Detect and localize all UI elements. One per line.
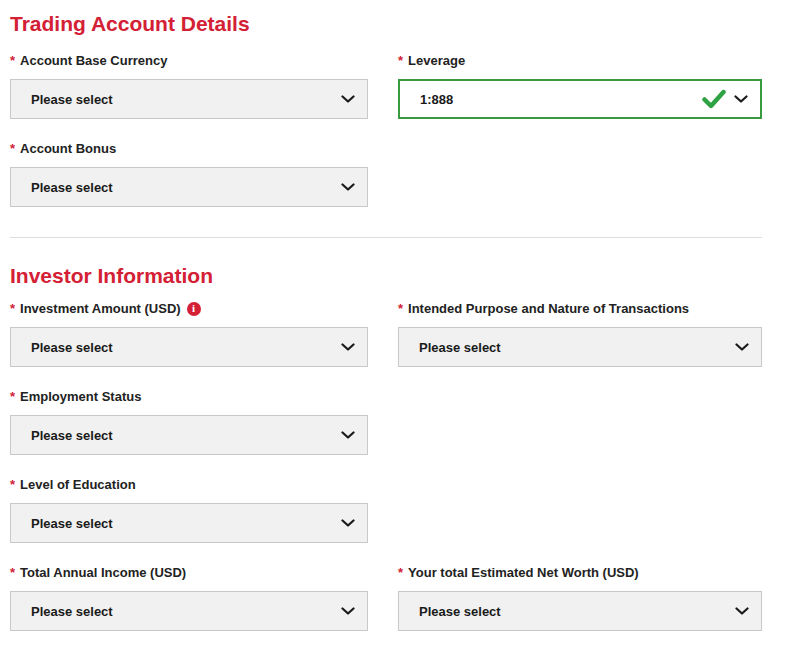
- account-bonus-label-text: Account Bonus: [20, 141, 116, 156]
- estimated-net-worth-label-text: Your total Estimated Net Worth (USD): [408, 565, 639, 580]
- field-account-base-currency: * Account Base Currency Please select: [10, 53, 368, 119]
- required-asterisk: *: [398, 53, 403, 68]
- level-of-education-label: * Level of Education: [10, 477, 368, 492]
- investor-information-grid: * Investment Amount (USD) i Please selec…: [10, 301, 762, 653]
- account-bonus-label: * Account Bonus: [10, 141, 368, 156]
- chevron-down-icon: [341, 431, 355, 439]
- chevron-down-icon: [341, 183, 355, 191]
- leverage-select[interactable]: 1:888: [398, 79, 762, 119]
- field-investment-amount: * Investment Amount (USD) i Please selec…: [10, 301, 368, 367]
- estimated-net-worth-value: Please select: [419, 604, 501, 619]
- account-bonus-select[interactable]: Please select: [10, 167, 368, 207]
- required-asterisk: *: [398, 301, 403, 316]
- account-base-currency-select[interactable]: Please select: [10, 79, 368, 119]
- intended-purpose-label-text: Intended Purpose and Nature of Transacti…: [408, 301, 689, 316]
- trading-account-form: Trading Account Details * Account Base C…: [0, 0, 780, 653]
- account-base-currency-label-text: Account Base Currency: [20, 53, 167, 68]
- investment-amount-label: * Investment Amount (USD) i: [10, 301, 368, 316]
- account-base-currency-label: * Account Base Currency: [10, 53, 368, 68]
- intended-purpose-label: * Intended Purpose and Nature of Transac…: [398, 301, 762, 316]
- required-asterisk: *: [10, 389, 15, 404]
- info-icon[interactable]: i: [187, 302, 201, 316]
- level-of-education-select[interactable]: Please select: [10, 503, 368, 543]
- investment-amount-value: Please select: [31, 340, 113, 355]
- total-annual-income-label: * Total Annual Income (USD): [10, 565, 368, 580]
- required-asterisk: *: [10, 141, 15, 156]
- employment-status-label: * Employment Status: [10, 389, 368, 404]
- total-annual-income-value: Please select: [31, 604, 113, 619]
- valid-check-icon: [702, 90, 726, 109]
- leverage-value: 1:888: [420, 92, 453, 107]
- employment-status-value: Please select: [31, 428, 113, 443]
- field-employment-status: * Employment Status Please select: [10, 389, 368, 455]
- account-base-currency-value: Please select: [31, 92, 113, 107]
- chevron-down-icon: [341, 343, 355, 351]
- account-bonus-value: Please select: [31, 180, 113, 195]
- section-title-trading-account-details: Trading Account Details: [10, 12, 770, 36]
- level-of-education-label-text: Level of Education: [20, 477, 136, 492]
- employment-status-label-text: Employment Status: [20, 389, 141, 404]
- intended-purpose-value: Please select: [419, 340, 501, 355]
- field-account-bonus: * Account Bonus Please select: [10, 141, 368, 207]
- chevron-down-icon: [341, 607, 355, 615]
- chevron-down-icon: [341, 95, 355, 103]
- required-asterisk: *: [10, 301, 15, 316]
- leverage-label: * Leverage: [398, 53, 762, 68]
- section-divider: [10, 237, 762, 238]
- required-asterisk: *: [10, 53, 15, 68]
- field-level-of-education: * Level of Education Please select: [10, 477, 368, 543]
- section-title-investor-information: Investor Information: [10, 264, 770, 288]
- field-leverage: * Leverage 1:888: [398, 53, 762, 119]
- intended-purpose-select[interactable]: Please select: [398, 327, 762, 367]
- investment-amount-label-text: Investment Amount (USD): [20, 301, 181, 316]
- level-of-education-value: Please select: [31, 516, 113, 531]
- required-asterisk: *: [10, 477, 15, 492]
- total-annual-income-select[interactable]: Please select: [10, 591, 368, 631]
- required-asterisk: *: [398, 565, 403, 580]
- chevron-down-icon: [341, 519, 355, 527]
- estimated-net-worth-label: * Your total Estimated Net Worth (USD): [398, 565, 762, 580]
- required-asterisk: *: [10, 565, 15, 580]
- chevron-down-icon: [735, 607, 749, 615]
- field-intended-purpose: * Intended Purpose and Nature of Transac…: [398, 301, 762, 367]
- chevron-down-icon: [734, 95, 748, 103]
- investment-amount-select[interactable]: Please select: [10, 327, 368, 367]
- employment-status-select[interactable]: Please select: [10, 415, 368, 455]
- field-estimated-net-worth: * Your total Estimated Net Worth (USD) P…: [398, 565, 762, 631]
- field-total-annual-income: * Total Annual Income (USD) Please selec…: [10, 565, 368, 631]
- leverage-label-text: Leverage: [408, 53, 465, 68]
- total-annual-income-label-text: Total Annual Income (USD): [20, 565, 186, 580]
- estimated-net-worth-select[interactable]: Please select: [398, 591, 762, 631]
- chevron-down-icon: [735, 343, 749, 351]
- trading-account-grid: * Account Base Currency Please select * …: [10, 53, 762, 229]
